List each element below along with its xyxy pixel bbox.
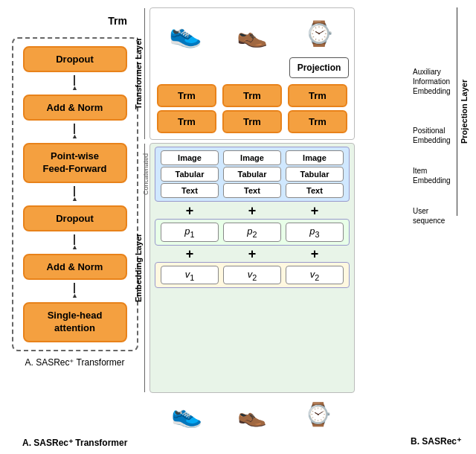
concat-label: Concatenated [142,147,149,201]
user-seq-row: 👟 👞 ⌚ [149,396,355,432]
item-box-3: v2 [286,266,344,285]
plus-1: + [161,204,219,217]
plus-6: + [286,247,344,260]
image-box-3: Image [286,150,344,165]
tabular-row: Tabular Tabular Tabular [158,167,346,182]
bottom-labels: B. SASRec⁺ [149,432,469,447]
left-panel: Trm Dropout Add & Norm Point-wiseFeed-Fo… [7,7,142,447]
image-box-2: Image [223,150,281,165]
arrow3 [71,186,78,202]
plus-3: + [286,204,344,217]
item-image-2: 👞 [237,14,268,53]
dropout2-box: Dropout [23,205,127,231]
trm-box-r1-3: Trm [288,84,347,107]
item-box-1: v1 [161,266,219,285]
item-col-1: 👟 [155,14,216,53]
user-seq-img-1: 👟 [156,396,217,432]
single-head-box: Single-headattention [23,302,127,342]
pos-box-1: p1 [161,223,219,242]
plus-5: + [223,247,281,260]
arrow1 [71,75,78,92]
plus-4: + [161,247,219,260]
tabular-box-1: Tabular [161,167,219,182]
arrow2 [71,124,78,140]
pos-row: p1 p2 p3 [158,223,346,242]
left-bottom-label: A. SASRec⁺ Transformer [25,357,124,368]
item-box-2: v2 [223,266,281,285]
text-box-3: Text [286,183,344,198]
projection-box: Projection [289,57,350,78]
trm-box-r2-2: Trm [222,110,282,133]
top-images-row: 👟 👞 ⌚ [155,11,350,53]
image-box-1: Image [161,150,219,165]
add-norm1-box: Add & Norm [23,95,127,121]
tabular-box-3: Tabular [286,167,344,182]
projection-layer-label: Projection Layer [457,7,469,216]
pos-section: p1 p2 p3 [155,219,350,246]
pos-box-3: p3 [286,223,344,242]
trm-box-r1-1: Trm [157,84,216,107]
text-row: Text Text Text [158,183,346,198]
trm-row1: Trm Trm Trm [155,84,350,107]
bottom-label-right: B. SASRec⁺ [411,436,461,447]
add-norm2-box: Add & Norm [23,254,127,280]
dropout1-box: Dropout [23,46,127,72]
item-col-2: 👞 [222,14,283,53]
user-seq-img-2: 👞 [222,396,283,432]
item-image-1: 👟 [169,14,202,53]
plus-row-1: + + + [155,204,350,217]
text-box-2: Text [223,183,281,198]
transformer-dashed-box: Dropout Add & Norm Point-wiseFeed-Forwar… [12,37,138,351]
tabular-box-2: Tabular [223,167,281,182]
pos-box-2: p2 [223,223,281,242]
item-row: v1 v2 v2 [158,266,346,285]
pointwise-box: Point-wiseFeed-Forward [23,143,127,183]
aux-section: Concatenated Image Image Image Tabular T… [155,147,350,202]
trm-box-r2-3: Trm [288,110,347,133]
item-col-3: ⌚ [289,14,350,53]
trm-box-r1-2: Trm [222,84,282,107]
arrow4 [71,234,78,251]
user-seq-img-3: ⌚ [287,396,348,432]
arrow5 [71,283,78,299]
projection-row: Projection [155,57,350,81]
transformer-layer-label: Transformer Layer [134,8,145,139]
trm-title: Trm [108,15,127,27]
trm-row2: Trm Trm Trm [155,110,350,133]
text-box-1: Text [161,183,219,198]
image-row: Image Image Image [158,150,346,165]
left-bottom-absolute: A. SASRec⁺ Transformer [22,438,127,448]
item-section: v1 v2 v2 [155,262,350,289]
plus-2: + [223,204,281,217]
embedding-section: Embedding Layer Concatenated Image Image… [149,143,355,393]
item-image-3: ⌚ [304,14,334,53]
right-side-labels: Projection Layer AuxiliaryInformationEmb… [413,7,469,432]
plus-row-2: + + + [155,247,350,260]
trm-box-r2-1: Trm [157,110,216,133]
main-container: Trm Dropout Add & Norm Point-wiseFeed-Fo… [0,0,476,454]
right-panel: Transformer Layer 👟 👞 [149,7,469,447]
